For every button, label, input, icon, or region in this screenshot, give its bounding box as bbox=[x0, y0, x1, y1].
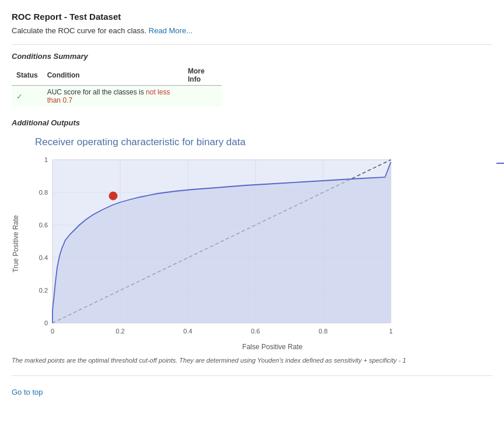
goto-top-link[interactable]: Go to top bbox=[12, 388, 43, 396]
additional-outputs-title: Additional Outputs bbox=[12, 118, 492, 127]
svg-text:0.2: 0.2 bbox=[39, 287, 48, 294]
divider-1 bbox=[12, 44, 492, 45]
subtitle: Calculate the ROC curve for each class. … bbox=[12, 26, 492, 35]
footnote: The marked points are the optimal thresh… bbox=[12, 357, 420, 364]
svg-text:0.4: 0.4 bbox=[183, 328, 192, 335]
svg-text:1: 1 bbox=[389, 328, 393, 335]
legend-line bbox=[496, 163, 504, 164]
svg-point-26 bbox=[109, 192, 117, 200]
svg-text:1: 1 bbox=[44, 156, 48, 163]
chart-inner: 1 0.8 0.6 0.4 0.2 0 0 0.2 0.4 0.6 0.8 1 bbox=[23, 154, 492, 351]
condition-status-check: ✓ bbox=[12, 86, 43, 107]
conditions-table: Status Condition More Info ✓ AUC score f… bbox=[12, 65, 222, 107]
read-more-link[interactable]: Read More... bbox=[149, 26, 192, 35]
table-row: ✓ AUC score for all the classes is not l… bbox=[12, 86, 222, 107]
chart-container: True Positive Rate bbox=[12, 154, 492, 351]
condition-more-info-cell bbox=[183, 86, 222, 107]
col-header-condition: Condition bbox=[43, 65, 183, 86]
roc-chart: 1 0.8 0.6 0.4 0.2 0 0 0.2 0.4 0.6 0.8 1 bbox=[23, 154, 408, 340]
svg-text:0.4: 0.4 bbox=[39, 254, 48, 261]
chart-title: Receiver operating characteristic for bi… bbox=[35, 136, 492, 148]
condition-text-cell: AUC score for all the classes is not les… bbox=[43, 86, 183, 107]
svg-text:0.6: 0.6 bbox=[39, 222, 48, 229]
svg-text:0.6: 0.6 bbox=[251, 328, 260, 335]
svg-text:0: 0 bbox=[51, 328, 54, 335]
col-header-more-info: More Info bbox=[183, 65, 222, 86]
condition-text-before: AUC score for all the classes is bbox=[47, 88, 146, 96]
y-axis-label: True Positive Rate bbox=[12, 215, 20, 272]
divider-2 bbox=[12, 375, 492, 376]
svg-text:0.2: 0.2 bbox=[116, 328, 124, 335]
x-axis-label: False Positive Rate bbox=[52, 343, 492, 351]
chart-legend: auc = 0.91 bbox=[496, 160, 504, 167]
check-icon: ✓ bbox=[16, 92, 23, 101]
svg-text:0: 0 bbox=[44, 319, 48, 326]
page-title: ROC Report - Test Dataset bbox=[12, 12, 492, 22]
col-header-status: Status bbox=[12, 65, 43, 86]
svg-text:0.8: 0.8 bbox=[39, 189, 48, 196]
conditions-summary-title: Conditions Summary bbox=[12, 52, 492, 61]
svg-text:0.8: 0.8 bbox=[318, 328, 327, 335]
